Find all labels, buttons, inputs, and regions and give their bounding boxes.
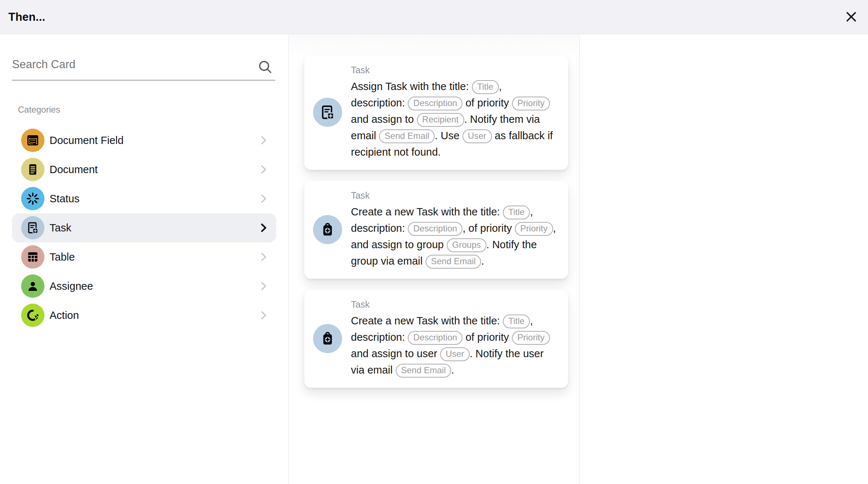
category-list: Document FieldDocumentStatusTaskTableAss… (12, 126, 276, 330)
task-add-icon (21, 216, 44, 239)
sidebar-item-label: Document Field (50, 134, 124, 147)
sidebar-item-label: Assignee (50, 280, 93, 292)
pill-description: Description (408, 331, 462, 345)
card-description: Create a new Task with the title: Title,… (351, 204, 558, 269)
card-description: Assign Task with the title: Title, descr… (351, 78, 558, 160)
description-text: . (451, 364, 454, 376)
close-button[interactable] (842, 8, 860, 26)
card-body: TaskCreate a new Task with the title: Ti… (351, 298, 558, 378)
pill-title: Title (503, 315, 530, 328)
description-text: Assign Task with the title: (351, 81, 472, 92)
pill-title: Title (472, 80, 499, 94)
table-grid-icon (21, 245, 44, 269)
document-icon (21, 158, 44, 181)
sidebar-item-assignee[interactable]: Assignee (12, 272, 276, 301)
pill-send-email: Send Email (426, 255, 481, 269)
sidebar-item-table[interactable]: Table (12, 242, 276, 272)
chevron-right-icon (258, 222, 269, 234)
card-results-panel: TaskAssign Task with the title: Title, d… (289, 35, 580, 484)
document-field-icon (21, 129, 44, 152)
dialog-title: Then... (8, 11, 45, 24)
card-body: TaskAssign Task with the title: Title, d… (351, 64, 558, 160)
task-card[interactable]: TaskCreate a new Task with the title: Ti… (304, 290, 568, 388)
sidebar-item-action[interactable]: Action (12, 301, 276, 330)
description-text: of priority (462, 331, 512, 343)
sidebar-item-document-field[interactable]: Document Field (12, 126, 276, 155)
description-text: , of priority (462, 222, 515, 234)
task-add-icon (313, 98, 342, 127)
category-sidebar: Categories Document FieldDocumentStatusT… (0, 35, 289, 484)
clipboard-add-icon (313, 324, 342, 353)
pill-title: Title (503, 206, 530, 219)
pill-description: Description (408, 222, 462, 236)
description-text: Create a new Task with the title: (351, 206, 503, 218)
pill-send-email: Send Email (396, 364, 451, 378)
sidebar-item-label: Status (50, 193, 79, 205)
card-body: TaskCreate a new Task with the title: Ti… (351, 190, 558, 269)
sidebar-item-document[interactable]: Document (12, 155, 276, 184)
chevron-right-icon (258, 309, 269, 321)
chevron-right-icon (258, 163, 269, 176)
categories-label: Categories (18, 105, 60, 115)
card-description: Create a new Task with the title: Title,… (351, 313, 558, 378)
card-category-label: Task (351, 298, 558, 310)
card-icon-column (304, 98, 351, 127)
card-icon-column (304, 215, 351, 244)
pill-priority: Priority (515, 222, 553, 236)
chevron-right-icon (258, 192, 269, 205)
task-card[interactable]: TaskAssign Task with the title: Title, d… (304, 55, 568, 170)
card-category-label: Task (351, 190, 558, 201)
search-field (12, 53, 275, 81)
pill-user: User (440, 347, 470, 361)
description-text: and assign to user (351, 348, 440, 359)
chevron-right-icon (258, 251, 269, 263)
description-text: . (481, 255, 484, 267)
close-icon (844, 10, 858, 25)
sidebar-item-label: Table (50, 251, 75, 263)
pill-priority: Priority (512, 331, 550, 345)
sidebar-item-label: Task (50, 222, 71, 234)
pill-groups: Groups (447, 238, 486, 252)
pill-user: User (462, 129, 492, 143)
sidebar-item-label: Action (50, 309, 79, 321)
search-input[interactable] (12, 53, 275, 81)
chevron-right-icon (258, 280, 269, 292)
person-icon (21, 274, 44, 298)
description-text: . Use (435, 130, 462, 141)
sidebar-item-task[interactable]: Task (12, 213, 276, 242)
sidebar-item-label: Document (50, 164, 98, 176)
clipboard-add-icon (313, 215, 342, 244)
description-text: of priority (462, 97, 512, 109)
pill-recipient: Recipient (417, 113, 464, 127)
pill-priority: Priority (512, 97, 550, 110)
pill-description: Description (408, 97, 462, 110)
detail-panel-empty (580, 35, 868, 484)
card-icon-column (304, 324, 351, 353)
card-category-label: Task (351, 64, 558, 76)
chevron-right-icon (258, 134, 269, 147)
dialog-header: Then... (0, 0, 868, 34)
sidebar-item-status[interactable]: Status (12, 184, 276, 213)
status-spinner-icon (21, 187, 44, 210)
search-icon[interactable] (257, 59, 273, 75)
description-text: Create a new Task with the title: (351, 315, 503, 327)
task-card[interactable]: TaskCreate a new Task with the title: Ti… (304, 181, 568, 279)
action-arrow-icon (21, 304, 44, 327)
pill-send-email: Send Email (379, 129, 435, 143)
description-text: and assign to (351, 113, 417, 125)
